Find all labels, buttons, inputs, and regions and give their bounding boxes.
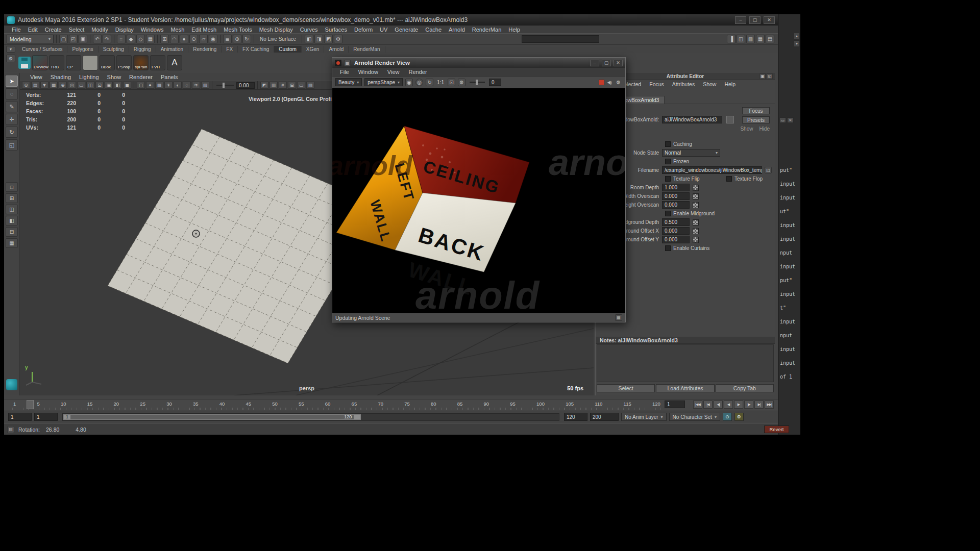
- menu-item[interactable]: Display: [112, 27, 137, 33]
- node-state-dropdown[interactable]: Normal ▾: [662, 149, 720, 157]
- menu-item[interactable]: Create: [41, 27, 65, 33]
- single-pane-layout-icon[interactable]: □: [6, 182, 18, 192]
- gradient-background-icon[interactable]: ▧: [306, 82, 314, 89]
- arnold-title-bar[interactable]: ▦ Arnold Render View – ▢ ✕: [332, 58, 625, 68]
- modeling-toolkit-toggle-icon[interactable]: ▐: [727, 35, 736, 43]
- make-live-icon[interactable]: ◉: [209, 35, 217, 43]
- select-button[interactable]: Select: [597, 384, 655, 392]
- shaded-mode-icon[interactable]: ●: [146, 82, 154, 89]
- shelf-item[interactable]: FVH: [150, 55, 165, 70]
- playback-end-field[interactable]: 120: [564, 413, 587, 421]
- shelf-tab[interactable]: Rigging: [129, 46, 156, 53]
- isolate-select-icon[interactable]: ◩: [260, 82, 268, 89]
- width-overscan-field[interactable]: 0.000: [662, 192, 690, 200]
- menu-item[interactable]: File: [8, 27, 24, 33]
- log-icon[interactable]: ▦: [615, 314, 622, 321]
- move-tool-icon[interactable]: ✛: [6, 114, 18, 125]
- persp-outliner-layout-icon[interactable]: ◧: [6, 216, 18, 226]
- menu-item[interactable]: Windows: [137, 27, 167, 33]
- filename-field[interactable]: /example_windowboxes/jiWindowBox_templat…: [662, 166, 762, 174]
- multisample-icon[interactable]: ▨: [201, 82, 209, 89]
- textured-mode-icon[interactable]: ▩: [155, 82, 163, 89]
- focus-button[interactable]: Focus: [742, 107, 770, 114]
- shelf-item[interactable]: PSnap: [116, 55, 132, 70]
- snap-curve-icon[interactable]: ◠: [170, 35, 179, 43]
- scroll-up-icon[interactable]: ▲: [794, 33, 800, 39]
- menu-item[interactable]: Mesh Tools: [220, 27, 255, 33]
- browse-file-icon[interactable]: ◰: [765, 167, 772, 173]
- notes-textarea[interactable]: [597, 344, 774, 382]
- fit-view-icon[interactable]: ⊡: [448, 79, 455, 86]
- image-plane-icon[interactable]: ▦: [50, 82, 58, 89]
- two-pane-layout-icon[interactable]: ◫: [6, 205, 18, 214]
- hud-toggle-icon[interactable]: ▭: [297, 82, 305, 89]
- attribute-editor-menu-item[interactable]: Focus: [645, 81, 668, 87]
- attribute-editor-menu-item[interactable]: Attributes: [668, 81, 699, 87]
- pop-out-icon[interactable]: ◱: [767, 73, 773, 79]
- shelf-tab-menu-icon[interactable]: ▼: [6, 46, 15, 53]
- resolution-gate-icon[interactable]: ⊡: [95, 82, 104, 89]
- menu-item[interactable]: Arnold: [445, 27, 469, 33]
- render-settings-icon[interactable]: ⚙: [334, 35, 342, 43]
- paint-select-tool-icon[interactable]: ✎: [6, 101, 18, 112]
- shelf-tab[interactable]: Curves / Surfaces: [17, 46, 67, 53]
- select-hierarchy-icon[interactable]: ≡: [117, 35, 126, 43]
- shadows-icon[interactable]: ◐: [174, 82, 182, 89]
- range-start-handle[interactable]: 1: [64, 415, 70, 419]
- texture-flip-checkbox[interactable]: [665, 176, 671, 182]
- script-editor-icon[interactable]: ▤: [7, 426, 14, 433]
- arnold-menu-item[interactable]: Window: [354, 69, 383, 75]
- menu-item[interactable]: Mesh: [167, 27, 188, 33]
- snap-projected-center-icon[interactable]: ⊙: [189, 35, 198, 43]
- lights-icon[interactable]: ☀: [164, 82, 173, 89]
- menu-item[interactable]: Generate: [391, 27, 422, 33]
- presets-button[interactable]: Presets: [742, 116, 770, 123]
- construction-history-icon[interactable]: ↻: [242, 35, 251, 43]
- go-to-end-icon[interactable]: ▶▶|: [765, 400, 774, 409]
- panel-menu-item[interactable]: Panels: [157, 74, 182, 80]
- step-back-frame-icon[interactable]: |◀: [703, 400, 713, 409]
- shelf-gear-icon[interactable]: ⚙: [6, 55, 15, 62]
- time-slider[interactable]: 1510152025303540455055606570758085909510…: [4, 399, 778, 410]
- shelf-tab[interactable]: RenderMan: [349, 46, 385, 53]
- camera-dropdown[interactable]: perspShape▾: [364, 78, 403, 86]
- film-gate-icon[interactable]: ◫: [86, 82, 94, 89]
- exposure-slider[interactable]: [470, 82, 485, 83]
- step-forward-key-icon[interactable]: |▶: [744, 400, 753, 409]
- shelf-item[interactable]: TRB: [49, 55, 64, 70]
- exposure-slider[interactable]: [216, 85, 234, 86]
- attribute-editor-menu-item[interactable]: Help: [720, 81, 740, 87]
- node-name-field[interactable]: aiJiWindowBoxArnold3: [662, 116, 722, 123]
- snap-view-plane-icon[interactable]: ▱: [199, 35, 208, 43]
- no-live-surface-label[interactable]: No Live Surface: [257, 36, 299, 42]
- play-backwards-icon[interactable]: ◀: [724, 400, 733, 409]
- playback-start-field[interactable]: 1: [34, 413, 58, 421]
- shelf-tab[interactable]: Animation: [156, 46, 188, 53]
- menu-item[interactable]: Select: [65, 27, 88, 33]
- copy-tab-icon[interactable]: ▣: [760, 73, 766, 79]
- close-icon[interactable]: ✕: [764, 16, 775, 24]
- input-operations-icon[interactable]: ≣: [223, 35, 232, 43]
- refresh-render-icon[interactable]: ↻: [426, 79, 433, 86]
- range-end-handle[interactable]: [354, 415, 360, 419]
- step-back-key-icon[interactable]: ◀|: [714, 400, 723, 409]
- select-component-icon[interactable]: ◇: [136, 35, 145, 43]
- render-canvas[interactable]: arnold CEILING LEFT WALL BACK WALL arnol…: [332, 88, 625, 313]
- enable-midground-checkbox[interactable]: [665, 211, 671, 216]
- shelf-item[interactable]: CP: [66, 55, 81, 70]
- texture-map-icon[interactable]: [693, 219, 699, 226]
- range-slider-track[interactable]: 1 120: [62, 413, 559, 421]
- ssao-icon[interactable]: ◌: [183, 82, 191, 89]
- arnold-menu-item[interactable]: View: [383, 69, 404, 75]
- bookmarks-icon[interactable]: ▼: [40, 82, 48, 89]
- texture-map-icon[interactable]: [693, 202, 699, 208]
- shelf-item[interactable]: BBox: [100, 55, 115, 70]
- menu-item[interactable]: Edit Mesh: [188, 27, 220, 33]
- show-toggle[interactable]: Show: [740, 126, 753, 132]
- menu-item[interactable]: Deform: [351, 27, 376, 33]
- play-forwards-icon[interactable]: ▶: [734, 400, 743, 409]
- snapshot-icon[interactable]: ▦: [344, 60, 351, 66]
- menu-item[interactable]: Cache: [422, 27, 445, 33]
- hypershade-toggle-icon[interactable]: ◫: [737, 35, 745, 43]
- split-pane-layout-icon[interactable]: ⊟: [6, 227, 18, 237]
